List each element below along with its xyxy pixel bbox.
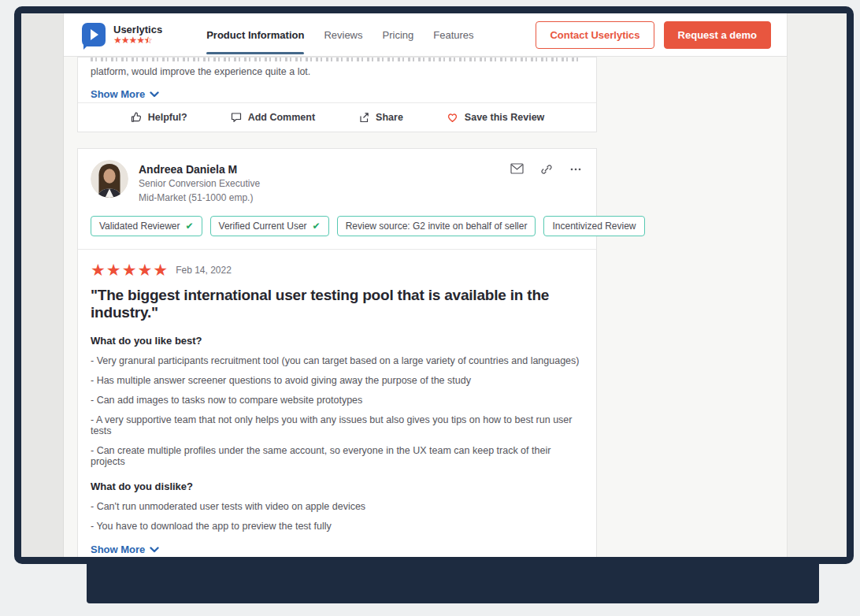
show-more-link[interactable]: Show More bbox=[91, 88, 596, 100]
show-more-label: Show More bbox=[91, 88, 145, 100]
badge-incentivized-review: Incentivized Review bbox=[543, 216, 644, 236]
contact-userlytics-button[interactable]: Contact Userlytics bbox=[536, 21, 654, 49]
laptop-base bbox=[87, 563, 819, 603]
half-star-icon: ☆★ bbox=[144, 35, 152, 46]
review-rating-stars: ★★★★★ bbox=[91, 262, 169, 278]
avatar-photo bbox=[91, 160, 128, 198]
tab-reviews[interactable]: Reviews bbox=[324, 13, 362, 57]
review-actions-bar: Helpful? Add Comment Share Save thi bbox=[78, 102, 596, 132]
brand-block: Userlytics ★★★★☆★ bbox=[113, 24, 162, 46]
play-icon bbox=[91, 29, 98, 40]
like-point: - A very supportive team that not only h… bbox=[91, 414, 580, 436]
brand-rating-stars: ★★★★☆★ bbox=[113, 35, 162, 46]
brand-name: Userlytics bbox=[113, 24, 162, 35]
add-comment-button[interactable]: Add Comment bbox=[230, 111, 315, 124]
badge-review-source: Review source: G2 invite on behalf of se… bbox=[337, 216, 536, 236]
webpage: Userlytics ★★★★☆★ Product Information Re… bbox=[63, 13, 788, 557]
dislike-point: - Can't run unmoderated user tests with … bbox=[91, 501, 580, 512]
laptop-screen-frame: Userlytics ★★★★☆★ Product Information Re… bbox=[14, 6, 854, 564]
right-gutter bbox=[788, 13, 847, 557]
heart-icon bbox=[446, 111, 459, 124]
like-point: - Very granural participants recruitment… bbox=[91, 355, 580, 366]
save-review-button[interactable]: Save this Review bbox=[446, 111, 544, 124]
share-icon bbox=[358, 111, 370, 124]
review-title: "The biggest international user testing … bbox=[91, 287, 580, 321]
review-card-partial-top: platform, would improve the experience q… bbox=[77, 57, 597, 132]
email-icon[interactable] bbox=[510, 163, 524, 174]
review-card-icons bbox=[510, 160, 582, 176]
badge-label: Verified Current User bbox=[219, 221, 307, 232]
reviewer-name: Andreea Daniela M bbox=[139, 163, 260, 176]
save-review-label: Save this Review bbox=[465, 112, 544, 123]
check-icon: ✔ bbox=[186, 221, 194, 231]
helpful-button[interactable]: Helpful? bbox=[130, 111, 187, 124]
tab-pricing[interactable]: Pricing bbox=[383, 13, 414, 57]
badge-validated-reviewer: Validated Reviewer ✔ bbox=[91, 216, 202, 236]
tab-features[interactable]: Features bbox=[433, 13, 473, 57]
helpful-label: Helpful? bbox=[148, 112, 187, 123]
like-point: - Can create multiple profiles under the… bbox=[91, 445, 580, 467]
request-demo-button[interactable]: Request a demo bbox=[664, 21, 771, 49]
badge-label: Review source: G2 invite on behalf of se… bbox=[346, 221, 528, 232]
like-heading: What do you like best? bbox=[91, 335, 580, 347]
review-text: platform, would improve the experience q… bbox=[91, 65, 580, 78]
badge-verified-current-user: Verified Current User ✔ bbox=[210, 216, 329, 236]
reviewer-segment: Mid-Market (51-1000 emp.) bbox=[139, 192, 260, 204]
chevron-down-icon bbox=[150, 547, 159, 553]
site-header: Userlytics ★★★★☆★ Product Information Re… bbox=[64, 13, 787, 57]
reviewer-info: Andreea Daniela M Senior Conversion Exec… bbox=[139, 160, 260, 204]
review-card-header: Andreea Daniela M Senior Conversion Exec… bbox=[78, 149, 596, 249]
review-badges: Validated Reviewer ✔ Verified Current Us… bbox=[91, 216, 582, 236]
screen: Userlytics ★★★★☆★ Product Information Re… bbox=[21, 13, 847, 557]
like-point: - Has multiple answer screener questions… bbox=[91, 375, 580, 386]
review-date: Feb 14, 2022 bbox=[176, 265, 232, 276]
reviews-feed: platform, would improve the experience q… bbox=[64, 57, 787, 557]
tab-product-information[interactable]: Product Information bbox=[206, 13, 304, 57]
review-body: ★★★★★ Feb 14, 2022 "The biggest internat… bbox=[78, 250, 596, 557]
share-label: Share bbox=[376, 112, 403, 123]
thumbs-up-icon bbox=[130, 111, 143, 124]
link-icon[interactable] bbox=[540, 163, 553, 176]
reviewer-avatar bbox=[91, 160, 128, 198]
badge-label: Incentivized Review bbox=[552, 221, 636, 232]
userlytics-logo-icon[interactable] bbox=[82, 23, 106, 46]
show-more-link[interactable]: Show More bbox=[91, 544, 159, 555]
left-gutter bbox=[21, 13, 63, 557]
more-options-icon[interactable] bbox=[569, 163, 582, 176]
add-comment-label: Add Comment bbox=[248, 112, 315, 123]
like-point: - Can add images to tasks now to compare… bbox=[91, 395, 580, 406]
comment-icon bbox=[230, 111, 243, 124]
badge-label: Validated Reviewer bbox=[99, 221, 180, 232]
chevron-down-icon bbox=[150, 91, 159, 98]
show-more-label: Show More bbox=[91, 544, 145, 555]
check-icon: ✔ bbox=[313, 221, 321, 231]
review-card-andreea: Andreea Daniela M Senior Conversion Exec… bbox=[77, 148, 597, 557]
dislike-point: - You have to download the app to previe… bbox=[91, 521, 580, 532]
header-nav: Product Information Reviews Pricing Feat… bbox=[206, 13, 493, 57]
reviewer-role: Senior Conversion Executive bbox=[139, 178, 260, 190]
share-button[interactable]: Share bbox=[358, 111, 403, 124]
dislike-heading: What do you dislike? bbox=[91, 481, 580, 492]
clipped-text-line bbox=[91, 58, 580, 61]
